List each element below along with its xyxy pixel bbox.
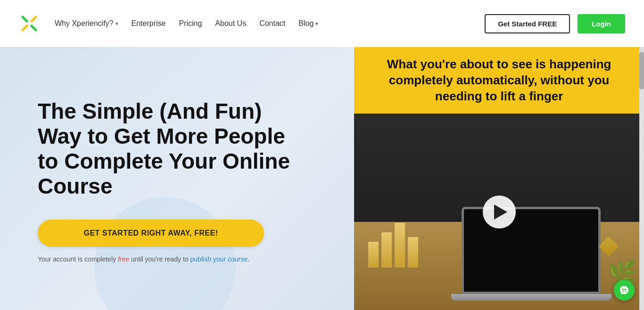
hero-title: The Simple (And Fun) Way to Get More Peo… — [38, 99, 302, 199]
logo[interactable] — [19, 13, 40, 34]
nav-label-about: About Us — [215, 19, 246, 27]
bar-2 — [381, 232, 392, 268]
nav-label-why: Why Xperiencify? — [55, 19, 114, 28]
login-button[interactable]: Login — [578, 14, 625, 33]
video-caption: What you're about to see is happening co… — [354, 47, 644, 114]
nav-item-pricing[interactable]: Pricing — [179, 19, 202, 28]
nav-label-enterprise: Enterprise — [132, 19, 166, 27]
hero-right: What you're about to see is happening co… — [354, 47, 644, 310]
bar-4 — [408, 237, 418, 268]
hero-subtext-publish: publish your course — [190, 255, 248, 263]
nav-links: Why Xperiencify? ▾ Enterprise Pricing Ab… — [55, 19, 318, 28]
get-started-button[interactable]: Get Started FREE — [485, 14, 570, 33]
bar-1 — [368, 242, 379, 268]
laptop-screen — [462, 207, 601, 294]
nav-label-contact: Contact — [259, 19, 285, 27]
laptop — [451, 207, 611, 301]
nav-link-why[interactable]: Why Xperiencify? ▾ — [55, 19, 118, 28]
nav-item-contact[interactable]: Contact — [259, 19, 285, 28]
hero-left: The Simple (And Fun) Way to Get More Peo… — [0, 47, 354, 310]
nav-label-pricing: Pricing — [179, 19, 202, 27]
hero-subtext-middle: until you're ready to — [131, 255, 189, 263]
laptop-base — [451, 294, 611, 301]
scrollbar[interactable] — [639, 47, 644, 310]
nav-item-why[interactable]: Why Xperiencify? ▾ — [55, 19, 118, 28]
bar-3 — [395, 223, 405, 268]
scrollbar-thumb[interactable] — [639, 52, 644, 90]
logo-icon — [19, 13, 40, 34]
video-player[interactable]: 🌿 — [354, 114, 644, 310]
hero-subtext-prefix: Your account is completely — [38, 255, 116, 263]
chat-icon — [619, 285, 629, 295]
navbar-right: Get Started FREE Login — [485, 14, 625, 33]
svg-point-3 — [27, 21, 32, 26]
nav-link-enterprise[interactable]: Enterprise — [132, 19, 166, 27]
chevron-down-icon: ▾ — [116, 21, 118, 27]
video-caption-text: What you're about to see is happening co… — [368, 57, 630, 104]
nav-link-blog[interactable]: Blog ▾ — [298, 19, 318, 28]
nav-item-enterprise[interactable]: Enterprise — [132, 19, 166, 28]
nav-item-blog[interactable]: Blog ▾ — [298, 19, 318, 28]
nav-link-about[interactable]: About Us — [215, 19, 246, 27]
hero-subtext: Your account is completely free until yo… — [38, 255, 264, 263]
bars-decoration — [368, 223, 418, 268]
hero-section: The Simple (And Fun) Way to Get More Peo… — [0, 47, 644, 310]
navbar: Why Xperiencify? ▾ Enterprise Pricing Ab… — [0, 0, 644, 47]
nav-link-pricing[interactable]: Pricing — [179, 19, 202, 27]
hero-subtext-suffix: . — [248, 255, 249, 263]
cta-button[interactable]: GET STARTED RIGHT AWAY, FREE! — [38, 220, 264, 247]
nav-link-contact[interactable]: Contact — [259, 19, 285, 27]
nav-label-blog: Blog — [298, 19, 314, 28]
chat-bubble-button[interactable] — [614, 280, 635, 301]
play-button[interactable] — [483, 196, 516, 228]
play-triangle-icon — [494, 204, 507, 220]
chevron-down-blog-icon: ▾ — [315, 21, 318, 27]
nav-item-about[interactable]: About Us — [215, 19, 246, 28]
hero-subtext-free: free — [118, 255, 129, 263]
navbar-left: Why Xperiencify? ▾ Enterprise Pricing Ab… — [19, 13, 318, 34]
